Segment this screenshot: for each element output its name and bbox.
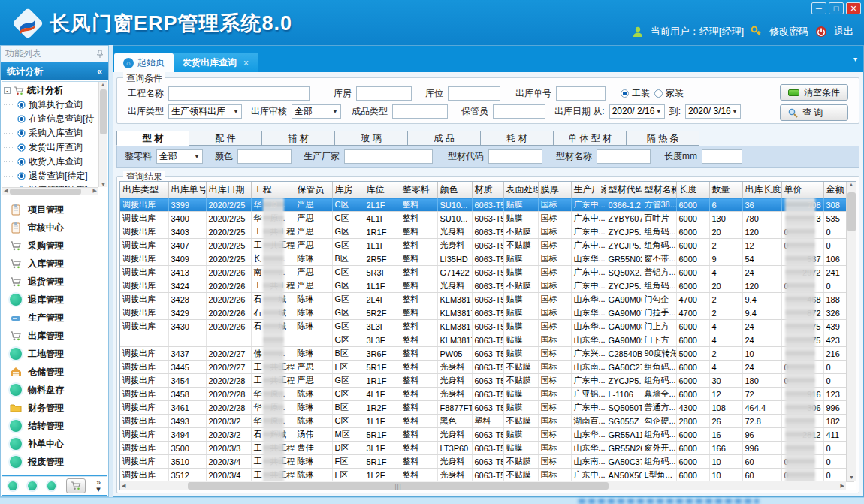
table-row-1[interactable]: 调拨出库34002020/2/25华 原...严思C区4L1F整料SU10...… [120,212,853,225]
minimize-button[interactable]: ─ [811,2,826,14]
sidebar-item-14[interactable]: 报废管理 [2,453,107,471]
table-row-9[interactable]: 调拨出库34302020/2/26石 城陈琳G区3L3F整料KLM3817606… [120,320,853,333]
tree-item-0[interactable]: 预算执行查询 [4,98,98,112]
column-header-7[interactable]: 整零料 [400,182,437,198]
grid-horizontal-scrollbar[interactable]: ◀|||▶ [120,481,846,490]
column-header-18[interactable]: 单价 [781,182,823,198]
column-header-8[interactable]: 颜色 [437,182,472,198]
table-row-4[interactable]: 调拨出库34092020/2/25长 ...陈琳B区2R5F整料LI35HD60… [120,252,853,266]
module-dot-icon[interactable] [28,481,37,490]
material-tab-4[interactable]: 成 品 [408,131,481,146]
date-to-picker[interactable]: 2020/ 3/16▼ [685,104,741,119]
table-row-16[interactable]: 调拨出库34932020/3/2华 原...陈琳C区1L1F整料黑色塑料不贴膜国… [120,415,853,428]
tree-item-2[interactable]: 采购入库查询 [4,126,98,140]
tab-list-dropdown-icon[interactable]: ▾ [853,55,857,63]
table-row-17[interactable]: 调拨出库34942020/3/2石 辉城汤伟M区5R1F整料光身料6063-T5… [120,428,853,442]
whole-part-select[interactable]: 全部▼ [156,149,203,164]
table-row-6[interactable]: 调拨出库34242020/2/26工 共工程严思G区1L1F整料光身料6063-… [120,279,853,293]
audit-select[interactable]: 全部▼ [292,104,341,119]
length-input[interactable] [702,149,742,164]
tab-shipment-outbound-query[interactable]: 发货出库查询 × [174,53,258,72]
table-row-8[interactable]: 调拨出库34292020/2/26石 城陈琳G区5R2F整料KLM3817606… [120,306,853,320]
sidebar-item-8[interactable]: 工地管理 [2,345,107,363]
sidebar-item-0[interactable]: 项目管理 [2,201,107,219]
module-dot-icon[interactable] [8,481,17,490]
material-tab-0[interactable]: 型 材 [116,131,189,146]
close-button[interactable]: ✕ [846,2,861,14]
radio-home-install[interactable]: 家装 [654,87,684,100]
product-type-input[interactable] [392,104,448,119]
tree-horizontal-scrollbar[interactable]: ◀▶ [2,187,98,195]
tree-item-1[interactable]: 在途信息查询[待 [4,112,98,126]
column-header-16[interactable]: 数量 [709,182,742,198]
manufacturer-input[interactable] [344,149,433,164]
column-header-6[interactable]: 库位 [364,182,400,198]
column-header-0[interactable]: 出库类型 [120,182,168,198]
profile-code-input[interactable] [488,149,542,164]
sidebar-item-1[interactable]: 审核中心 [2,219,107,237]
column-header-5[interactable]: 库房 [332,182,364,198]
profile-name-input[interactable] [597,149,651,164]
column-header-3[interactable]: 工程 [251,182,295,198]
material-tab-6[interactable]: 单 体 型 材 [554,131,627,146]
location-input[interactable] [448,86,500,101]
date-from-picker[interactable]: 2020/ 2/16▼ [609,104,665,119]
search-button[interactable]: 查 询 [780,104,848,121]
table-row-20[interactable]: 调拨出库35122020/3/4工 共工程陈琳F区1L2F整料光身料6063-T… [120,469,853,482]
table-row-2[interactable]: 调拨出库34032020/2/25工 共工程严思G区1R1F整料光身料6063-… [120,225,853,239]
column-header-15[interactable]: 长度 [676,182,709,198]
table-row-7[interactable]: 调拨出库34282020/2/26石 城陈琳G区2L4F整料KLM3817606… [120,293,853,306]
column-header-2[interactable]: 出库日期 [206,182,251,198]
material-tab-1[interactable]: 配 件 [189,131,262,146]
keeper-input[interactable] [493,104,545,119]
sidebar-item-12[interactable]: 结转管理 [2,417,107,435]
tree-item-3[interactable]: 发货出库查询 [4,140,98,155]
module-dot-icon[interactable] [47,481,56,490]
tree-vertical-scrollbar[interactable]: ▲▼ [98,82,107,187]
table-row-19[interactable]: 调拨出库35102020/3/4工 共工程陈琳F区5R1F整料光身料6063-T… [120,455,853,469]
tree-root-statistics[interactable]: -统计分析 [4,83,98,98]
tab-close-icon[interactable]: × [243,58,249,68]
table-row-15[interactable]: 调拨出库34612020/2/28华 原...陈琳B区1R2F整料F8877FT… [120,401,853,415]
overflow-chevron[interactable]: »▾ [96,479,101,493]
column-header-13[interactable]: 型材代码 [606,182,642,198]
column-header-10[interactable]: 表面处理 [503,182,538,198]
section-header[interactable]: 统计分析 « [1,62,108,80]
out-type-select[interactable]: 生产领料出库▼ [168,104,242,119]
sidebar-item-4[interactable]: 退货管理 [2,273,107,291]
table-row-3[interactable]: 调拨出库34072020/2/25工 共工程严思G区1L1F整料光身料6063-… [120,239,853,252]
sidebar-item-5[interactable]: 退库管理 [2,291,107,309]
clear-conditions-button[interactable]: 清空条件 [780,84,848,101]
tab-home[interactable]: ⌂ 起始页 [114,53,174,72]
tree-item-5[interactable]: 退货查询[待定] [4,169,98,183]
sidebar-item-9[interactable]: 仓储管理 [2,363,107,381]
material-tab-7[interactable]: 隔 热 条 [627,131,699,146]
table-row-10[interactable]: G区3L3F整料KLM38176063-T5贴膜国标山东华...GA90M09.… [120,333,853,347]
warehouse-input[interactable] [356,86,412,101]
project-name-input[interactable] [168,86,310,101]
logout-link[interactable]: 退出 [834,25,853,38]
sidebar-item-10[interactable]: 物料盘存 [2,381,107,399]
table-row-5[interactable]: 调拨出库34132020/2/26南 ...严思C区5R3F整料G7142260… [120,266,853,279]
table-row-14[interactable]: 调拨出库34582020/2/28华 原...陈琳C区4L1F整料光身料6063… [120,388,853,401]
table-row-12[interactable]: 调拨出库34452020/2/27工 共工程严思F区5R1F整料光身料6063-… [120,361,853,374]
column-header-12[interactable]: 生产厂家 [571,182,606,198]
column-header-9[interactable]: 材质 [472,182,503,198]
order-no-input[interactable] [556,86,606,101]
material-tab-2[interactable]: 辅 材 [262,131,335,146]
pin-icon[interactable] [96,50,104,59]
sidebar-item-3[interactable]: 入库管理 [2,255,107,273]
radio-work-install[interactable]: 工装 [621,87,650,100]
column-header-11[interactable]: 膜厚 [538,182,571,198]
change-password-link[interactable]: 修改密码 [769,25,808,38]
table-row-11[interactable]: 调拨出库34372020/2/27佛 ...陈琳B区3R6F整料PW056063… [120,347,853,361]
tree-expander-icon[interactable]: - [4,87,11,94]
material-tab-5[interactable]: 耗 材 [481,131,554,146]
table-row-0[interactable]: 调拨出库33992020/2/25华 原...严思C区2L1F整料SU10...… [120,198,853,212]
sidebar-item-11[interactable]: 财务管理 [2,399,107,417]
table-row-18[interactable]: 调拨出库35002020/3/3工 共工程曹佳D区3L1F整料LT3P60606… [120,442,853,455]
collapse-icon[interactable]: « [97,66,102,77]
maximize-button[interactable]: □ [829,2,844,14]
tree-item-4[interactable]: 收货入库查询 [4,155,98,169]
column-header-1[interactable]: 出库单号 [168,182,206,198]
